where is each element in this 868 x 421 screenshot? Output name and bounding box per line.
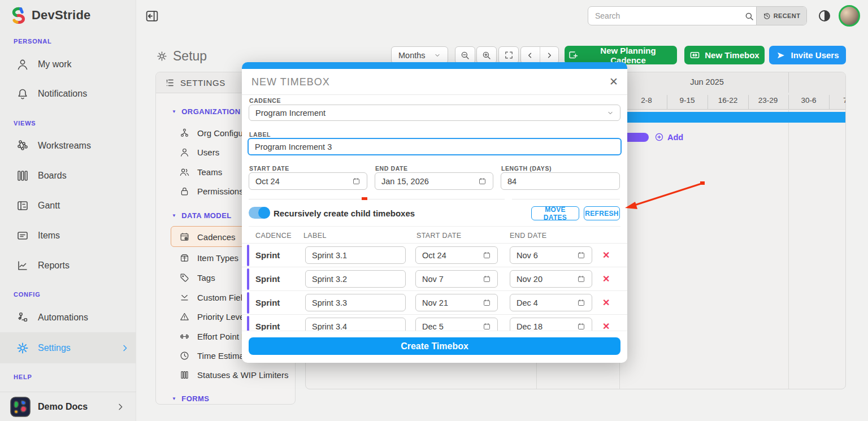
sidebar-item-boards[interactable]: Boards [0,161,136,190]
triangle-down-icon: ▼ [172,213,176,218]
settings-item-tags[interactable]: Tags [179,268,215,287]
row-end-input[interactable]: Dec 18 [510,318,592,331]
collapse-sidebar-button[interactable] [145,9,160,24]
sidebar-item-label: Items [38,231,60,241]
row-start-value: Nov 7 [422,275,483,284]
section-label: FORMS [181,394,209,403]
table-header-cadence: CADENCE [255,232,292,240]
divider [249,226,620,227]
row-label-input[interactable]: Sprint 3.4 [305,318,406,331]
chevron-right-icon [120,344,129,353]
zoom-in-button[interactable] [476,46,497,64]
settings-item-label: Tags [197,273,215,283]
divider [249,199,505,199]
sidebar-item-gantt[interactable]: Gantt [0,191,136,220]
row-label-input[interactable]: Sprint 3.2 [305,270,406,288]
end-date-input[interactable]: Jan 15, 2026 [375,172,493,190]
row-start-input[interactable]: Nov 7 [415,270,498,288]
sidebar-section-views: VIEWS [14,120,36,127]
org-chart-icon [179,128,190,138]
settings-item-users[interactable]: Users [179,142,219,162]
lock-icon [179,186,190,197]
recent-button[interactable]: RECENT [756,7,806,25]
sidebar-item-automations[interactable]: Automations [0,303,136,332]
sprint-color-bar [247,316,249,331]
row-label-value: Sprint 3.3 [312,298,399,307]
zoom-out-button[interactable] [455,46,475,64]
row-start-input[interactable]: Oct 24 [415,246,498,264]
calendar-icon [577,322,585,331]
cadence-select[interactable]: Program Increment [249,105,620,121]
create-timebox-button[interactable]: Create Timebox [249,337,620,355]
row-end-value: Dec 18 [517,322,577,331]
modal-footer: Create Timebox [242,331,627,363]
avatar[interactable] [839,5,860,27]
settings-item-teams[interactable]: Teams [179,162,222,181]
sidebar-item-items[interactable]: Items [0,221,136,250]
invite-users-button[interactable]: Invite Users [769,46,846,64]
delete-row-icon[interactable]: ✕ [602,297,610,308]
sidebar-item-notifications[interactable]: Notifications [0,79,136,108]
settings-item-statuses-wip[interactable]: Statuses & WIP Limiters [179,365,288,384]
section-organization[interactable]: ▼ ORGANIZATION [172,102,241,121]
gear-icon [16,341,29,355]
sidebar-item-demo-docs[interactable]: Demo Docs [0,392,136,421]
row-end-input[interactable]: Nov 20 [510,270,592,288]
refresh-button[interactable]: REFRESH [584,206,620,220]
row-end-input[interactable]: Nov 6 [510,246,592,264]
delete-row-icon[interactable]: ✕ [602,250,610,261]
row-label-input[interactable]: Sprint 3.1 [305,246,406,264]
settings-item-custom-fields[interactable]: Custom Fields [179,288,251,307]
row-start-input[interactable]: Nov 21 [415,294,498,311]
sidebar-item-label: Gantt [38,201,60,211]
sidebar-item-reports[interactable]: Reports [0,251,136,280]
row-cadence: Sprint [255,298,280,307]
modal-header: NEW TIMEBOX ✕ [242,69,627,95]
recursive-toggle[interactable] [249,207,270,219]
start-date-input[interactable]: Oct 24 [249,172,367,190]
calendar-icon [483,322,491,331]
delete-row-icon[interactable]: ✕ [602,321,610,331]
settings-item-label: Item Types [197,253,238,263]
row-label-input[interactable]: Sprint 3.3 [305,294,406,311]
close-icon[interactable]: ✕ [609,75,618,88]
settings-item-priority-levels[interactable]: Priority Levels [179,307,250,326]
gantt-add-button[interactable]: Add [654,132,683,142]
new-timebox-button[interactable]: New Timebox [684,46,765,64]
warning-triangle-icon [179,311,190,322]
table-header-end-date: END DATE [510,232,546,240]
settings-item-cadences[interactable]: Cadences [179,227,236,246]
cadence-calendar-icon [179,232,190,242]
theme-toggle-icon[interactable] [818,9,831,23]
length-input[interactable]: 84 [501,172,620,190]
add-label: Add [667,133,683,142]
timebox-row: Sprint Sprint 3.4 Dec 5 Dec 18 ✕ [242,315,627,331]
sidebar-item-settings[interactable]: Settings [0,332,136,363]
row-end-input[interactable]: Dec 4 [510,294,592,311]
row-cadence: Sprint [255,322,280,331]
prev-button[interactable] [521,47,540,63]
settings-item-label: Teams [197,167,222,177]
row-start-input[interactable]: Dec 5 [415,318,498,331]
label-input[interactable]: Program Increment 3 [248,138,622,155]
row-start-value: Nov 21 [422,298,483,307]
settings-item-item-types[interactable]: Item Types [179,248,238,267]
sidebar-item-workstreams[interactable]: Workstreams [0,131,136,160]
timescale-value: Months [398,51,426,60]
timescale-select[interactable]: Months [391,46,448,64]
brand-logo[interactable]: DevStride [10,7,91,24]
search-input[interactable] [588,7,756,25]
section-label: DATA MODEL [181,211,231,220]
delete-row-icon[interactable]: ✕ [602,274,610,284]
length-label: LENGTH (DAYS) [501,165,552,172]
next-button[interactable] [540,47,559,63]
sidebar-item-my-work[interactable]: My work [0,50,136,79]
section-data-model[interactable]: ▼ DATA MODEL [172,206,232,225]
settings-item-label: Permissions [197,186,244,196]
section-forms[interactable]: ▼ FORMS [172,389,209,408]
fullscreen-button[interactable] [498,46,519,64]
move-dates-button[interactable]: MOVE DATES [531,206,579,220]
settings-item-label: Cadences [197,232,236,242]
settings-item-permissions[interactable]: Permissions [179,181,244,201]
sidebar-item-label: Notifications [38,89,87,99]
